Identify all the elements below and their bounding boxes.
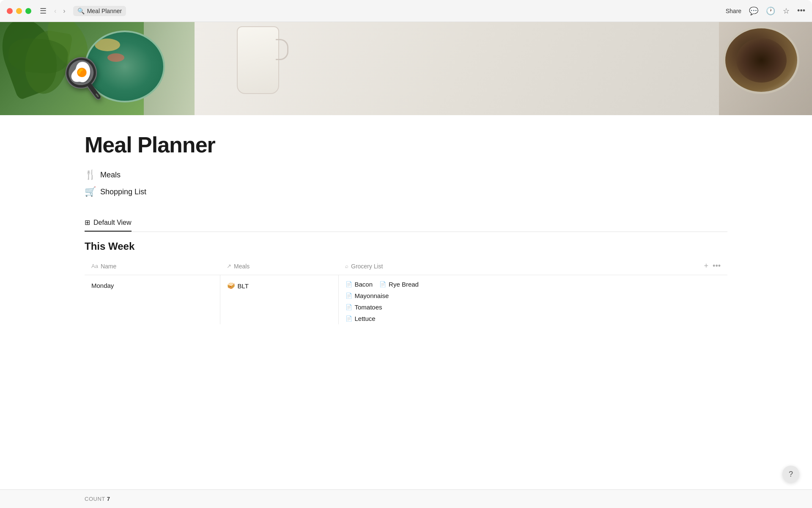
grocery-item-tomatoes[interactable]: 📄 Tomatoes [346,301,721,313]
nav-link-meals-label: Meals [100,171,121,179]
nav-link-meals[interactable]: 🍴 Meals [85,169,727,180]
minimize-button[interactable] [16,8,22,14]
shopping-icon: 🛒 [85,186,96,197]
hero-image: 🍳 [0,22,812,115]
grocery-item-lettuce[interactable]: 📄 Lettuce [346,313,721,324]
doc-icon-2: 📄 [379,281,386,287]
table-section: This Week Aa Name ↗ Meals [0,232,812,324]
col-name-header: Aa Name [85,257,220,275]
grocery-item-lettuce-label: Lettuce [355,315,376,322]
nav-link-shopping[interactable]: 🛒 Shopping List [85,186,727,197]
count-label: COUNT [85,496,105,502]
row-day-label: Monday [91,275,213,296]
doc-icon: 📄 [346,281,352,287]
nav-arrows: ‹ › [52,6,68,16]
col-grocery-header: ⌕ Grocery List + ••• [338,257,727,275]
meals-icon: 🍴 [85,169,96,180]
back-arrow-icon[interactable]: ‹ [52,6,59,16]
page-title-label: Meal Planner [87,8,122,14]
share-button[interactable]: Share [726,8,741,14]
more-icon[interactable]: ••• [797,6,805,15]
meal-tag[interactable]: 🥪 BLT [227,282,249,290]
grocery-item-rye-bread[interactable]: 📄 Rye Bread [379,279,419,290]
help-icon: ? [789,470,793,479]
hero-counter-area [195,22,719,115]
section-heading: This Week [85,232,727,257]
col-meals-header: ↗ Meals [220,257,338,275]
row-grocery-cell: 📄 Bacon 📄 Rye Bread 📄 Mayonnaise [338,275,727,325]
nav-link-shopping-label: Shopping List [100,188,146,196]
tab-default-view[interactable]: ⊞ Default View [85,214,132,232]
col-name-label: Name [101,263,116,270]
grocery-item-mayo-label: Mayonnaise [355,292,389,299]
doc-icon-5: 📄 [346,315,352,322]
table-icon: ⊞ [85,218,90,226]
tabs-area: ⊞ Default View [85,214,727,232]
forward-arrow-icon[interactable]: › [60,6,68,16]
meal-name: BLT [238,282,249,290]
doc-icon-4: 📄 [346,304,352,310]
count-value: 7 [107,496,110,502]
grocery-item-tomatoes-label: Tomatoes [355,304,382,311]
add-column-button[interactable]: + [704,262,709,271]
comment-icon[interactable]: 💬 [749,6,758,16]
hamburger-icon[interactable]: ☰ [40,6,47,16]
titlebar: ☰ ‹ › 🔍 Meal Planner Share 💬 🕐 ☆ ••• [0,0,812,22]
maximize-button[interactable] [25,8,31,14]
page-heading: Meal Planner [85,132,727,157]
egg-pan-icon: 🍳 [59,56,107,100]
row-meals-cell: 🥪 BLT [220,275,338,325]
grocery-col-icon: ⌕ [345,263,348,269]
grocery-item-rye-bread-label: Rye Bread [389,281,419,288]
doc-icon-3: 📄 [346,293,352,299]
data-table: Aa Name ↗ Meals ⌕ Grocery List + [85,257,727,324]
table-header: Aa Name ↗ Meals ⌕ Grocery List + [85,257,727,275]
close-button[interactable] [7,8,13,14]
search-icon: 🔍 [77,8,85,14]
help-button[interactable]: ? [782,466,799,483]
row-name-cell: Monday [85,275,220,325]
grocery-inline-row: 📄 Bacon 📄 Rye Bread [346,279,721,290]
titlebar-right: Share 💬 🕐 ☆ ••• [726,6,805,16]
traffic-lights [7,8,31,14]
column-options-button[interactable]: ••• [713,262,721,271]
meals-col-icon: ↗ [227,263,231,269]
grocery-item-bacon-label: Bacon [355,281,373,288]
hero-spice-bowl [723,26,799,94]
name-col-icon: Aa [91,263,98,269]
bookmark-icon[interactable]: ☆ [783,6,790,16]
main-content: Meal Planner 🍴 Meals 🛒 Shopping List ⊞ D… [0,115,812,232]
grocery-item-mayonnaise[interactable]: 📄 Mayonnaise [346,290,721,301]
tab-default-view-label: Default View [93,219,132,226]
history-icon[interactable]: 🕐 [766,6,775,16]
table-row: Monday 🥪 BLT 📄 [85,275,727,325]
col-meals-label: Meals [234,263,250,270]
col-grocery-label: Grocery List [351,263,383,270]
search-area[interactable]: 🔍 Meal Planner [73,6,126,16]
meal-emoji: 🥪 [227,282,235,290]
nav-links: 🍴 Meals 🛒 Shopping List [85,169,727,197]
count-bar: COUNT 7 [0,489,812,508]
grocery-item-bacon[interactable]: 📄 Bacon [346,279,373,290]
